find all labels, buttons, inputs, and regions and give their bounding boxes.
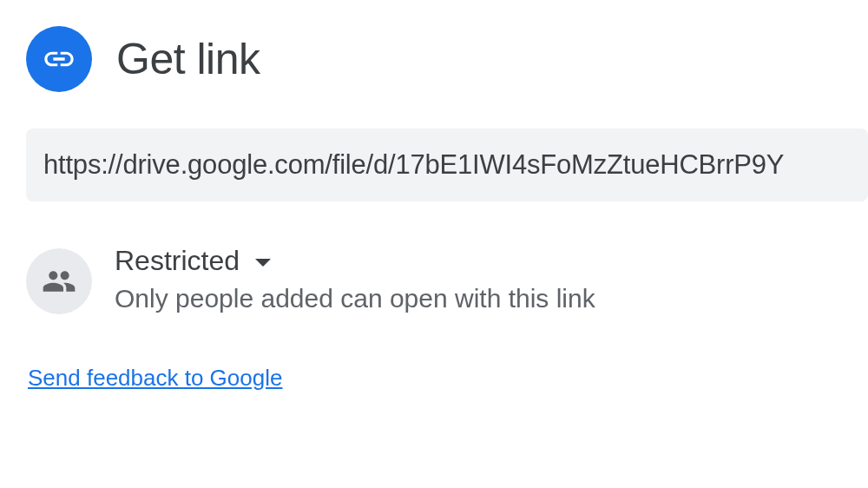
share-url-box[interactable]: https://drive.google.com/file/d/17bE1IWI… (26, 129, 868, 201)
share-url-text: https://drive.google.com/file/d/17bE1IWI… (43, 149, 784, 180)
dialog-header: Get link (26, 26, 868, 92)
dialog-title: Get link (116, 34, 260, 84)
permission-row: Restricted Only people added can open wi… (26, 245, 868, 314)
permission-description: Only people added can open with this lin… (115, 284, 595, 313)
chevron-down-icon (255, 259, 271, 267)
permission-dropdown[interactable]: Restricted (115, 245, 595, 277)
send-feedback-link[interactable]: Send feedback to Google (28, 365, 282, 392)
people-icon (26, 248, 92, 314)
permission-mode-label: Restricted (115, 245, 240, 277)
link-icon (26, 26, 92, 92)
